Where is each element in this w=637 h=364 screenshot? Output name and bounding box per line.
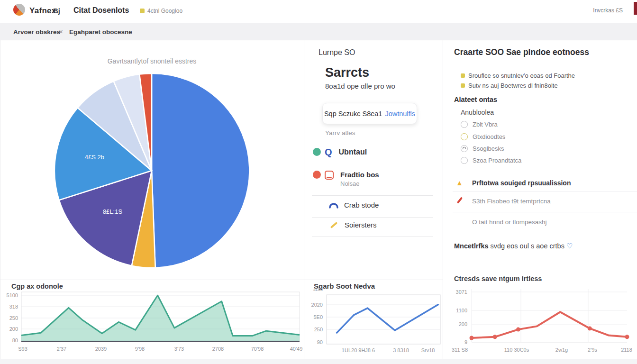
blue-line-chart: 4L0020205E0250901UL20 9HJ8 63 8318Srv18 [304,280,443,359]
y-tick-label: 250 [314,327,323,332]
radio-option-3[interactable]: Ssoglbesks [461,145,504,152]
image-frame-icon [325,171,334,180]
legend-item-fraction[interactable]: Fradtio bos Nolsae [313,171,379,187]
plot-border [327,295,440,344]
right-panel-title: Craarte SOO Sae pindoe eotnoess [454,47,589,57]
bullet-text: Sutv ns auj Boetwres dl fnin8olte [468,82,558,89]
red-line-chart: 307111002009311 S8110 30C0s2w1g2'9s2118 [443,268,637,359]
middle-title: Sarrcts [325,65,369,80]
y-tick-label: 200 [9,326,18,332]
x-tick-label: 2'9s [588,347,597,353]
radio-label: Gtxdioodtes [473,133,505,140]
legend-section-label: Yarrv atles [325,129,355,136]
radio-option-2[interactable]: Gtxdioodtes [461,133,505,140]
yandex-logo-icon[interactable] [13,4,25,16]
app-header: Yafnex Bj Citat Dosenlots 4ctnl Googloo … [0,0,637,23]
warning-text: Prftotwa souiged rpsuualission [472,179,571,187]
y-tick-label: 2020 [311,302,323,308]
radio-group-label: Anubloolea [461,109,494,116]
close-icon[interactable]: ✕ [59,29,63,35]
line-series [337,305,438,333]
data-point-marker[interactable] [516,328,520,332]
brand-name[interactable]: Yafnex [29,6,56,16]
x-tick-label: Srv18 [421,347,435,353]
note-text: O tait hnnd or tlompesashj [472,218,547,226]
legend-item-soiersters[interactable]: Soiersters [330,221,377,229]
data-point-marker[interactable] [493,335,497,339]
invoices-link[interactable]: Invcrkas £S [593,7,623,14]
heart-icon[interactable]: ♡ [566,242,573,250]
bullet-item: Sutv ns auj Boetwres dl fnin8olte [461,82,558,89]
radio-label: Zblt Vbra [473,121,498,128]
edge-accent [634,2,637,15]
yellow-square-icon [140,9,145,13]
x-tick-label: 40'49 [290,346,303,352]
red-dot-icon [313,171,321,179]
legend-label: Crab stode [344,201,379,209]
x-tick-label: 1UL20 9HJ8 6 [342,347,375,353]
monitoring-note-rest: svdg eos oul s aoe crtbs [489,242,566,250]
tab-bar: Arvoer obskres ✕ Egahparet obocesne [0,23,637,40]
monitoring-note-strong: Mncetlrfks [454,242,489,250]
y-tick-label: 4L00 [313,287,323,292]
pie-slice-label: 4£S 2b [85,154,104,161]
menu-item-google-label: 4ctnl Googloo [147,8,182,14]
y-tick-label: 3071 [456,289,467,295]
x-tick-label: 9'98 [135,346,145,352]
legend-item-search[interactable]: Q Ubntaul [313,148,367,156]
right-subheading: Alateet ontas [454,96,497,103]
legend-label: Ubntaul [339,148,367,156]
legend-item-crab[interactable]: Crab stode [329,201,379,209]
pie-slice-primary-blue[interactable] [152,73,249,268]
middle-subtitle: 8oa1d ope αlle pro wo [325,82,395,90]
y-tick-label: 90 [317,339,323,345]
x-tick-label: 2'37 [57,346,66,352]
radio-icon-marked [461,145,468,152]
yellow-slash-icon [330,222,338,228]
menu-item-chart-designer[interactable]: Citat Dosenlots [73,6,129,15]
legend-sublabel: Nolsae [340,180,379,187]
cta-button-text: Sqp Sczukc S8ea1 [324,110,382,118]
x-tick-label: 2039 [95,346,107,352]
middle-eyebrow: Lurnpe SO [318,48,355,57]
radio-label: Ssoglbesks [473,145,504,152]
y-tick-label: 5E0 [313,314,323,320]
pie-slice-label: 8£L:1S [103,208,123,215]
bullet-text: Srouflce so snutnlev'o eoas od Foarthe [468,72,575,79]
radio-option-1[interactable]: Zblt Vbra [461,121,498,128]
data-point-marker[interactable] [470,336,474,340]
cta-button[interactable]: Sqp Sczukc S8ea1 Jowtnulfls [322,103,417,124]
bullet-item: Srouflce so snutnlev'o eoas od Foarthe [461,72,575,79]
green-dot-icon [313,148,321,156]
data-point-marker[interactable] [588,326,592,330]
error-text: S3th Fisobeo t9t temtprtcna [472,198,551,205]
menu-item-by[interactable]: Bj [53,7,60,15]
radio-icon [461,121,468,128]
red-slash-icon [459,197,461,206]
radio-option-4[interactable]: Szoa Proandtatca [461,157,521,164]
pie-chart: 8£L:1S4£S 2b [0,66,304,275]
data-point-marker[interactable] [625,335,629,339]
y-tick-label: 5100 [7,292,18,298]
x-tick-label: 3 8318 [393,347,409,353]
legend-label: Soiersters [345,221,377,229]
monitoring-note: Mncetlrfks svdg eos oul s aoe crtbs ♡ [454,242,573,250]
yellow-square-icon [461,83,465,88]
y-tick-label: 200 [459,321,467,327]
pie-chart-title: Gavrtsantlytof snonteil esstres [0,57,304,65]
right-divider [453,191,637,191]
radio-icon [461,133,468,140]
x-tick-label: 2118 [621,347,632,353]
bottom-strip [0,359,637,364]
tab-answer[interactable]: Arvoer obskres [13,28,60,36]
y-tick-label: 318 [9,304,18,309]
x-tick-label: 70'98 [251,346,264,352]
y-tick-label: 250 [9,315,18,321]
x-tick-label: 2708 [212,346,224,352]
radio-icon [461,157,468,164]
warning-icon: ▲ [456,179,463,187]
tab-report[interactable]: Egahparet obocesne [69,28,132,36]
menu-item-google[interactable]: 4ctnl Googloo [140,8,182,14]
legend-label: Fradtio bos [340,171,379,179]
y-tick-label: 80 [12,337,18,343]
